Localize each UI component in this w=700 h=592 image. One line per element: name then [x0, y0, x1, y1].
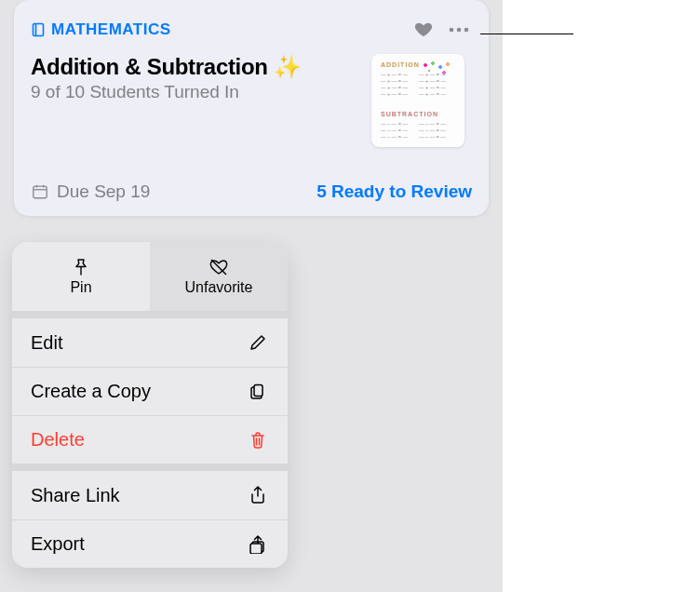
export-menu-item[interactable]: Export [12, 519, 288, 568]
worksheet-thumbnail[interactable]: ADDITION — + — = —— + — = —— + — = —— + … [371, 54, 464, 147]
unfavorite-label: Unfavorite [185, 279, 253, 296]
callout-line [480, 34, 573, 34]
menu-item-label: Delete [31, 429, 85, 451]
app-pane: MATHEMATICS Addition & Subtraction ✨ 9 o… [0, 0, 503, 592]
due-date: Due Sep 19 [31, 182, 150, 202]
unfavorite-action[interactable]: Unfavorite [150, 242, 288, 311]
menu-item-label: Create a Copy [31, 381, 151, 402]
create-copy-menu-item[interactable]: Create a Copy [12, 367, 288, 415]
svg-point-2 [450, 28, 454, 33]
export-icon [247, 533, 269, 556]
menu-item-label: Share Link [31, 485, 120, 506]
favorite-heart-icon[interactable] [412, 19, 435, 41]
pencil-icon [247, 331, 269, 354]
svg-rect-5 [34, 186, 47, 198]
trash-icon [247, 429, 269, 451]
subject-chip[interactable]: MATHEMATICS [31, 20, 171, 39]
menu-item-label: Edit [31, 332, 62, 354]
heart-slash-icon [209, 257, 229, 277]
svg-rect-12 [250, 544, 262, 554]
svg-point-3 [457, 28, 462, 33]
ready-to-review-link[interactable]: 5 Ready to Review [316, 182, 472, 202]
more-button[interactable] [446, 19, 472, 41]
pin-action[interactable]: Pin [12, 242, 150, 311]
edit-menu-item[interactable]: Edit [12, 318, 288, 367]
book-icon [31, 22, 46, 37]
menu-separator [12, 311, 288, 318]
subject-label: MATHEMATICS [51, 20, 171, 39]
calendar-icon [31, 182, 49, 201]
due-date-label: Due Sep 19 [57, 182, 150, 202]
context-menu: Pin Unfavorite Edit Create a Copy [12, 242, 288, 568]
svg-rect-10 [254, 384, 262, 396]
copy-icon [247, 381, 269, 403]
pin-label: Pin [70, 279, 91, 296]
svg-rect-0 [34, 24, 44, 36]
menu-separator [12, 464, 288, 471]
card-header-row: MATHEMATICS [31, 19, 472, 41]
menu-header: Pin Unfavorite [12, 242, 288, 311]
pin-icon [72, 257, 90, 277]
share-icon [247, 484, 269, 506]
menu-item-label: Export [31, 533, 85, 555]
share-link-menu-item[interactable]: Share Link [12, 471, 288, 519]
delete-menu-item[interactable]: Delete [12, 415, 288, 464]
card-footer: Due Sep 19 5 Ready to Review [14, 168, 489, 216]
assignment-card[interactable]: MATHEMATICS Addition & Subtraction ✨ 9 o… [14, 0, 489, 216]
svg-line-9 [211, 260, 226, 275]
svg-point-4 [464, 28, 469, 33]
